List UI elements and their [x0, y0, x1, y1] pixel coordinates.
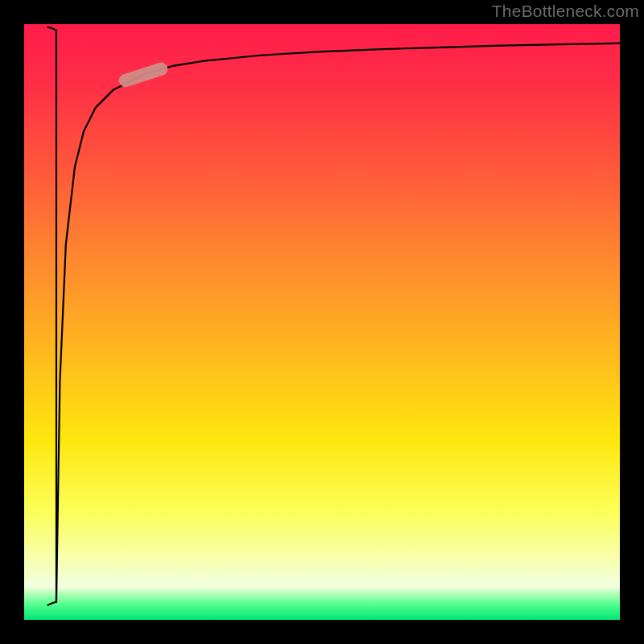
frame-border-bottom — [24, 620, 644, 644]
frame-border-left — [0, 0, 24, 644]
frame-border-right — [620, 0, 644, 644]
gradient-background — [24, 24, 620, 620]
watermark-text: TheBottleneck.com — [492, 2, 639, 21]
chart-stage: TheBottleneck.com — [0, 0, 644, 644]
plot-svg — [24, 24, 620, 620]
plot-area — [24, 24, 620, 620]
